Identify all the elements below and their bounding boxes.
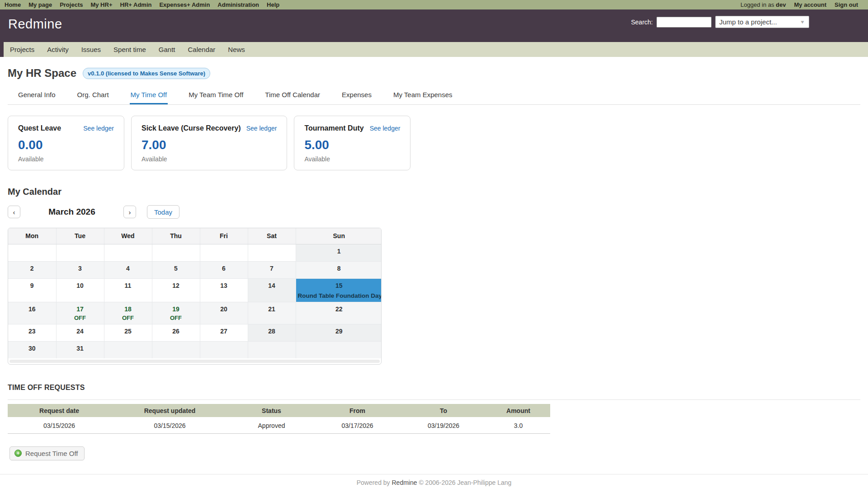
request-cell: 03/15/2026 <box>8 418 111 433</box>
main-menu-item-activity[interactable]: Activity <box>41 46 75 53</box>
day-number: 11 <box>106 282 150 289</box>
day-number: 18 <box>106 305 150 313</box>
top-menu-item-projects[interactable]: Projects <box>60 1 83 8</box>
leave-card-header: Tournament DutySee ledger <box>304 124 400 132</box>
tab-my-team-expenses[interactable]: My Team Expenses <box>392 87 453 104</box>
requests-divider <box>8 399 860 400</box>
calendar-day-15: 15Round Table Foundation Day <box>296 278 382 302</box>
logged-in-status: Logged in as dev <box>741 1 786 8</box>
see-ledger-link[interactable]: See ledger <box>246 125 277 132</box>
day-number: 4 <box>106 265 150 272</box>
tab-my-team-time-off[interactable]: My Team Time Off <box>188 87 244 104</box>
request-time-off-button[interactable]: + Request Time Off <box>9 446 85 460</box>
top-menu-item-help[interactable]: Help <box>267 1 279 8</box>
tab-org-chart[interactable]: Org. Chart <box>76 87 110 104</box>
request-cell: 03/17/2026 <box>314 418 401 433</box>
calendar-day-25: 25 <box>104 324 152 341</box>
calendar-week-row: 23242526272829 <box>8 324 382 341</box>
calendar-day-19: 19OFF <box>152 302 200 324</box>
app-title: Redmine <box>8 17 62 32</box>
calendar-day-28: 28 <box>248 324 296 341</box>
calendar-empty-cell <box>296 341 382 358</box>
day-number: 1 <box>298 248 381 255</box>
see-ledger-link[interactable]: See ledger <box>83 125 114 132</box>
project-jump-placeholder: Jump to a project... <box>719 18 777 26</box>
calendar-day-9: 9 <box>8 278 56 302</box>
top-menu-item-my-hr[interactable]: My HR+ <box>90 1 112 8</box>
day-number: 24 <box>58 328 102 335</box>
requests-col-from: From <box>314 404 401 418</box>
search-input[interactable] <box>656 17 712 28</box>
calendar-next-button[interactable]: › <box>123 206 136 218</box>
main-menu-item-projects[interactable]: Projects <box>4 46 41 53</box>
footer-powered-text: Powered by <box>357 479 390 486</box>
top-menu-item-administration[interactable]: Administration <box>217 1 259 8</box>
leave-card-caption: Available <box>142 155 277 163</box>
day-number: 20 <box>202 305 246 313</box>
top-menu-item-expenses-admin[interactable]: Expenses+ Admin <box>159 1 210 8</box>
main-menu-item-news[interactable]: News <box>222 46 251 53</box>
requests-col-request-updated: Request updated <box>111 404 229 418</box>
calendar-month-label: March 2026 <box>20 207 123 217</box>
calendar-day-12: 12 <box>152 278 200 302</box>
my-account-link[interactable]: My account <box>794 1 826 8</box>
calendar-empty-cell <box>56 244 104 261</box>
time-off-requests-table: Request dateRequest updatedStatusFromToA… <box>8 404 550 434</box>
tab-time-off-calendar[interactable]: Time Off Calendar <box>264 87 321 104</box>
requests-col-to: To <box>401 404 486 418</box>
tab-my-time-off[interactable]: My Time Off <box>130 87 168 104</box>
calendar-scrollbar[interactable] <box>9 360 380 363</box>
account-menu: Logged in as dev My account Sign out <box>741 1 863 8</box>
requests-col-request-date: Request date <box>8 404 111 418</box>
day-number: 14 <box>250 282 294 289</box>
day-number: 16 <box>10 305 54 313</box>
leave-card-title: Tournament Duty <box>304 124 363 132</box>
leave-card-caption: Available <box>18 155 114 163</box>
calendar-empty-cell <box>104 341 152 358</box>
day-number: 13 <box>202 282 246 289</box>
day-number: 27 <box>202 328 246 335</box>
top-menu-item-hr-admin[interactable]: HR+ Admin <box>120 1 152 8</box>
sign-out-link[interactable]: Sign out <box>835 1 858 8</box>
calendar-today-button[interactable]: Today <box>147 205 179 219</box>
see-ledger-link[interactable]: See ledger <box>370 125 401 132</box>
page-title: My HR Space <box>8 67 76 80</box>
project-jump-select[interactable]: Jump to a project... ▼ <box>715 16 809 28</box>
tab-expenses[interactable]: Expenses <box>341 87 373 104</box>
calendar-empty-cell <box>104 244 152 261</box>
tab-general-info[interactable]: General Info <box>17 87 57 104</box>
requests-col-status: Status <box>229 404 314 418</box>
day-number: 8 <box>298 265 381 272</box>
leave-card-sick-leave-curse-recovery: Sick Leave (Curse Recovery)See ledger7.0… <box>131 116 287 170</box>
off-label: OFF <box>154 314 198 321</box>
redmine-footer-link[interactable]: Redmine <box>392 479 417 486</box>
calendar-week-row: 2345678 <box>8 261 382 278</box>
calendar-prev-button[interactable]: ‹ <box>8 206 20 218</box>
day-number: 29 <box>298 328 381 335</box>
calendar-day-1: 1 <box>296 244 382 261</box>
calendar-day-16: 16 <box>8 302 56 324</box>
calendar-day-10: 10 <box>56 278 104 302</box>
main-menu-item-spent-time[interactable]: Spent time <box>107 46 152 53</box>
footer-copyright-text: © 2006-2026 Jean-Philippe Lang <box>419 479 511 486</box>
main-menu-item-calendar[interactable]: Calendar <box>181 46 222 53</box>
calendar-day-2: 2 <box>8 261 56 278</box>
calendar-empty-cell <box>152 341 200 358</box>
calendar-day-14: 14 <box>248 278 296 302</box>
calendar-controls: ‹ March 2026 › Today <box>8 205 860 219</box>
top-menu-item-my-page[interactable]: My page <box>28 1 52 8</box>
day-number: 3 <box>58 265 102 272</box>
top-menu-item-home[interactable]: Home <box>5 1 21 8</box>
hr-tabs: General InfoOrg. ChartMy Time OffMy Team… <box>8 87 860 105</box>
calendar-day-31: 31 <box>56 341 104 358</box>
header-search-area: Search: Jump to a project... ▼ <box>631 16 809 28</box>
top-menu-links: HomeMy pageProjectsMy HR+HR+ AdminExpens… <box>5 1 279 8</box>
calendar-day-13: 13 <box>200 278 248 302</box>
main-menu-item-gantt[interactable]: Gantt <box>152 46 182 53</box>
calendar-day-3: 3 <box>56 261 104 278</box>
calendar-week-row: 1 <box>8 244 382 261</box>
calendar-empty-cell <box>200 341 248 358</box>
main-menu-item-issues[interactable]: Issues <box>75 46 107 53</box>
day-number: 5 <box>154 265 198 272</box>
day-number: 31 <box>58 345 102 352</box>
